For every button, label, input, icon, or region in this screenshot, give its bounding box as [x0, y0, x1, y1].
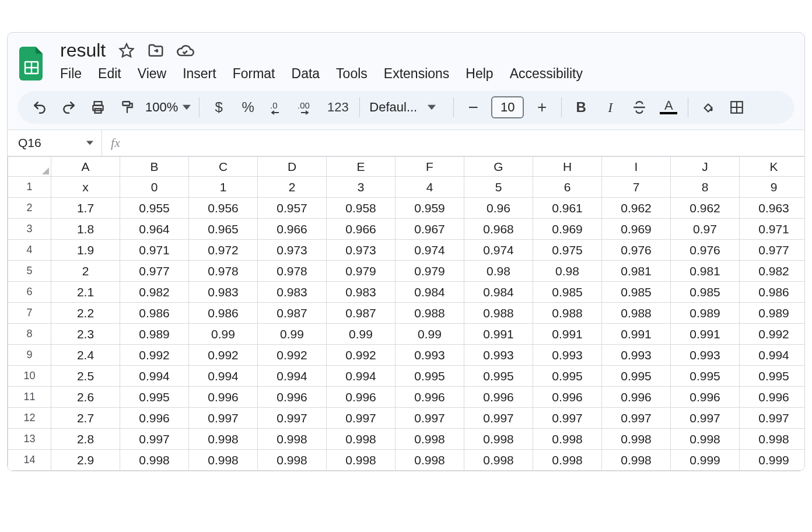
cell[interactable]: 2.6	[51, 387, 120, 408]
cell[interactable]: 0.969	[533, 219, 602, 240]
col-header[interactable]: A	[51, 157, 120, 177]
cell[interactable]: 9	[740, 177, 806, 198]
cell[interactable]: 0.97	[671, 219, 740, 240]
cell[interactable]: 0.985	[602, 282, 671, 303]
cell[interactable]: 2.9	[51, 450, 120, 471]
name-box[interactable]: Q16	[8, 130, 102, 156]
font-size-input[interactable]: 10	[491, 96, 524, 118]
cell[interactable]: 0.969	[602, 219, 671, 240]
cell[interactable]: 0.978	[258, 261, 327, 282]
cell[interactable]: 0.99	[189, 324, 258, 345]
cell[interactable]: 0.996	[671, 387, 740, 408]
cell[interactable]: 0.977	[120, 261, 189, 282]
cell[interactable]: 0.958	[327, 198, 396, 219]
cell[interactable]: 0.989	[740, 303, 806, 324]
cell[interactable]: 0.998	[189, 429, 258, 450]
cell[interactable]: 0.982	[120, 282, 189, 303]
cell[interactable]: 0	[120, 177, 189, 198]
cell[interactable]: 0.986	[120, 303, 189, 324]
redo-button[interactable]	[55, 94, 82, 121]
cell[interactable]: 0.962	[671, 198, 740, 219]
row-header[interactable]: 2	[8, 198, 51, 219]
cell[interactable]: 0.997	[189, 408, 258, 429]
cell[interactable]: 2.1	[51, 282, 120, 303]
cell[interactable]: 0.984	[396, 282, 464, 303]
cell[interactable]: 0.981	[671, 261, 740, 282]
star-icon[interactable]	[117, 41, 136, 60]
menu-edit[interactable]: Edit	[98, 66, 121, 82]
cell[interactable]: 0.987	[327, 303, 396, 324]
cell[interactable]: 2.7	[51, 408, 120, 429]
row-header[interactable]: 13	[8, 429, 51, 450]
cell[interactable]: 0.976	[602, 240, 671, 261]
cell[interactable]: 0.996	[396, 387, 464, 408]
cell[interactable]: 0.997	[327, 408, 396, 429]
cell[interactable]: 2.3	[51, 324, 120, 345]
cell[interactable]: 0.991	[671, 324, 740, 345]
cell[interactable]: 0.959	[396, 198, 464, 219]
row-header[interactable]: 5	[8, 261, 51, 282]
cell[interactable]: 0.996	[327, 387, 396, 408]
cell[interactable]: 0.98	[464, 261, 533, 282]
cell[interactable]: 1.9	[51, 240, 120, 261]
cell[interactable]: 2.2	[51, 303, 120, 324]
cell[interactable]: 0.96	[464, 198, 533, 219]
cell[interactable]: 0.998	[396, 429, 464, 450]
cell[interactable]: 0.997	[258, 408, 327, 429]
col-header[interactable]: D	[258, 157, 327, 177]
paint-format-button[interactable]	[114, 94, 141, 121]
cell[interactable]: 0.982	[740, 261, 806, 282]
cell[interactable]: 0.994	[327, 366, 396, 387]
cell[interactable]: 0.986	[740, 282, 806, 303]
cell[interactable]: 0.996	[740, 387, 806, 408]
cell[interactable]: 0.998	[533, 429, 602, 450]
cell[interactable]: 0.974	[396, 240, 464, 261]
cell[interactable]: 0.993	[464, 345, 533, 366]
cell[interactable]: 0.994	[189, 366, 258, 387]
cell[interactable]: 0.997	[533, 408, 602, 429]
col-header[interactable]: G	[464, 157, 533, 177]
cell[interactable]: 0.974	[464, 240, 533, 261]
cell[interactable]: 0.998	[327, 450, 396, 471]
cell[interactable]: 0.964	[120, 219, 189, 240]
menu-file[interactable]: File	[60, 66, 82, 82]
cell[interactable]: x	[51, 177, 120, 198]
formula-bar-input[interactable]	[129, 130, 804, 156]
col-header[interactable]: E	[327, 157, 396, 177]
font-size-increase-button[interactable]: +	[528, 94, 555, 121]
menu-help[interactable]: Help	[466, 66, 493, 82]
cell[interactable]: 0.998	[464, 429, 533, 450]
bold-button[interactable]: B	[568, 94, 594, 121]
menu-tools[interactable]: Tools	[336, 66, 368, 82]
cell[interactable]: 0.983	[258, 282, 327, 303]
col-header[interactable]: F	[396, 157, 464, 177]
print-button[interactable]	[85, 94, 111, 121]
cell[interactable]: 0.978	[189, 261, 258, 282]
zoom-dropdown[interactable]: 100%	[143, 100, 193, 115]
cell[interactable]: 0.998	[258, 429, 327, 450]
more-formats-button[interactable]: 123	[322, 94, 354, 121]
cell[interactable]: 0.998	[396, 450, 464, 471]
cell[interactable]: 0.991	[533, 324, 602, 345]
cell[interactable]: 0.995	[464, 366, 533, 387]
row-header[interactable]: 1	[8, 177, 51, 198]
currency-format-button[interactable]: $	[205, 94, 232, 121]
cell[interactable]: 0.993	[533, 345, 602, 366]
cell[interactable]: 0.996	[189, 387, 258, 408]
row-header[interactable]: 8	[8, 324, 51, 345]
col-header[interactable]: H	[533, 157, 602, 177]
move-to-folder-icon[interactable]	[146, 41, 165, 60]
cell[interactable]: 0.996	[120, 408, 189, 429]
strikethrough-button[interactable]	[626, 94, 653, 121]
cell[interactable]: 4	[396, 177, 464, 198]
cell[interactable]: 0.992	[740, 324, 806, 345]
sheets-logo-icon[interactable]	[18, 46, 46, 81]
italic-button[interactable]: I	[597, 94, 624, 121]
cell[interactable]: 0.998	[740, 429, 806, 450]
cell[interactable]: 0.985	[533, 282, 602, 303]
cell[interactable]: 0.957	[258, 198, 327, 219]
col-header[interactable]: J	[671, 157, 740, 177]
cell[interactable]: 0.994	[740, 345, 806, 366]
row-header[interactable]: 6	[8, 282, 51, 303]
row-header[interactable]: 14	[8, 450, 51, 471]
